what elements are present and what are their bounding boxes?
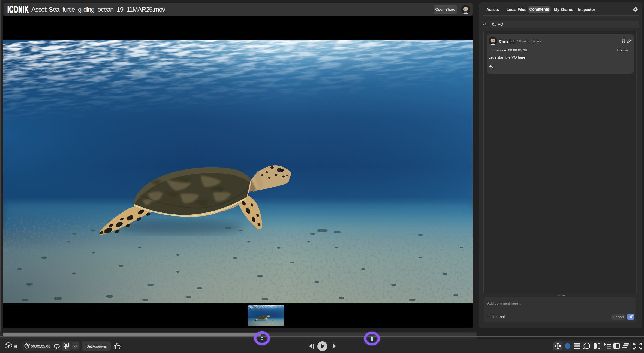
svg-text:00:00:05:08: 00:00:05:08 xyxy=(31,344,50,348)
svg-text:ICONIK: ICONIK xyxy=(7,6,29,13)
svg-text:Set Approval: Set Approval xyxy=(86,344,107,348)
svg-text:v1: v1 xyxy=(74,344,77,348)
